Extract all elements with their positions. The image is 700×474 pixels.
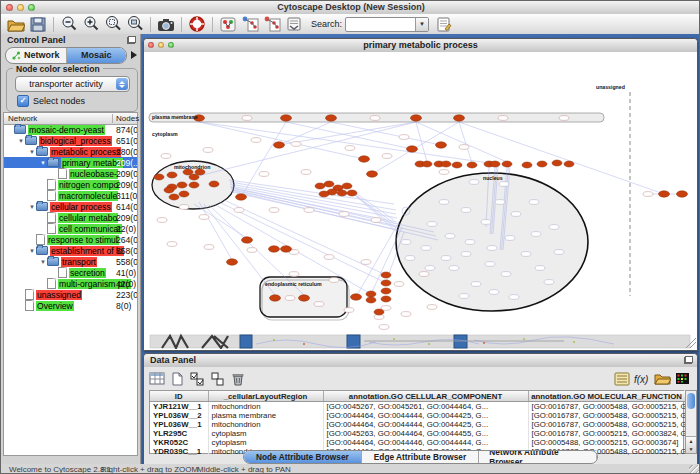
open-attributes-icon[interactable] [653, 371, 671, 387]
network-edit-icon[interactable] [262, 16, 282, 33]
group-title: Node color selection [13, 64, 103, 74]
tree-row[interactable]: secretion41(0) [4, 267, 137, 278]
table-cell[interactable]: [GO:0045263, GO:0044464, GO:0044455, G..… [323, 429, 528, 438]
table-row[interactable]: YJR121W__1mitochondrion[GO:0045267, GO:0… [150, 402, 685, 412]
select-all-icon[interactable] [188, 371, 206, 387]
formula-icon[interactable]: f(x) [633, 371, 651, 387]
tree-row[interactable]: response to stimul264(0) [4, 234, 137, 245]
float-data-panel-icon[interactable] [684, 356, 693, 364]
tree-row[interactable]: macromolecule311(0) [4, 190, 137, 201]
data-panel-title: Data Panel [150, 355, 196, 365]
table-cell[interactable]: YJR121W__1 [150, 402, 208, 412]
network-canvas[interactable]: plasma membrane cytoplasm mitochondrion … [144, 52, 697, 350]
tree-row[interactable]: ▼establishment of lo558(0) [4, 245, 137, 256]
table-cell[interactable]: [GO:0016787, GO:0005215, GO:0003824, G..… [528, 429, 685, 438]
welcome-text: Welcome to Cytoscape 2.8.1 [9, 465, 111, 474]
table-cell[interactable]: mitochondrion [208, 402, 323, 412]
attribute-table-header[interactable]: ID _cellularLayoutRegion annotation.GO C… [150, 391, 685, 402]
zoom-fit-icon[interactable] [125, 16, 145, 33]
tree-expand-icon[interactable]: ▼ [28, 149, 36, 155]
tab-overflow-icon[interactable] [131, 51, 137, 59]
network-import-icon[interactable] [218, 16, 238, 33]
table-cell[interactable]: [GO:0044464, GO:0044446, GO:0044444, G..… [323, 438, 528, 447]
table-cell[interactable]: [GO:0044464, GO:0044444, GO:0044425, G..… [323, 411, 528, 420]
plasma-membrane-label: plasma membrane [152, 114, 198, 120]
table-cell[interactable]: [GO:0044464, GO:0044444, GO:0044425, G..… [323, 420, 528, 429]
network-window-titlebar[interactable]: primary metabolic process [144, 39, 697, 53]
attribute-select-icon[interactable] [148, 371, 166, 387]
table-row[interactable]: YKR052Ccytoplasm[GO:0044464, GO:0044446,… [150, 438, 685, 447]
table-row[interactable]: YPL036W__2plasma membrane[GO:0044464, GO… [150, 411, 685, 420]
scrollbar-thumb[interactable] [687, 393, 695, 409]
node-color-dropdown[interactable]: transporter activity [15, 76, 130, 92]
table-cell[interactable]: [GO:0045267, GO:0045261, GO:0044464, G..… [323, 402, 528, 412]
tree-expand-icon[interactable]: ▼ [17, 138, 25, 144]
vizmap-page-icon[interactable] [284, 16, 304, 33]
unselect-all-icon[interactable] [208, 371, 226, 387]
table-cell[interactable]: [GO:0016787, GO:0005488, GO:0005215, G..… [528, 420, 685, 429]
cytoscape-window: Cytoscape Desktop (New Session) Search: … [0, 0, 700, 474]
table-row[interactable]: YLR295Ccytoplasm[GO:0045263, GO:0044464,… [150, 429, 685, 438]
endoplasmic-reticulum-label: endoplasmic reticulum [265, 281, 322, 287]
table-cell[interactable]: [GO:0016787, GO:0005488, GO:0005215, G..… [528, 411, 685, 420]
tab-network[interactable]: Network [6, 48, 67, 63]
tree-expand-icon[interactable]: ▼ [28, 248, 36, 254]
tab-mosaic[interactable]: Mosaic [67, 48, 127, 63]
tree-row[interactable]: Overview8(0) [4, 300, 137, 311]
snapshot-camera-icon[interactable] [156, 16, 176, 33]
search-input[interactable]: ▼ [345, 17, 429, 32]
table-cell[interactable]: [GO:0005488, GO:0005215, GO:0003674] [528, 438, 685, 447]
table-cell[interactable]: YKR052C [150, 438, 208, 447]
tree-expand-icon[interactable]: ▼ [39, 160, 47, 166]
tree-row-node-count: 614(0) [116, 202, 137, 212]
table-cell[interactable]: YPL036W__1 [150, 420, 208, 429]
delete-attribute-icon[interactable] [228, 371, 246, 387]
window-resize-grip[interactable] [689, 465, 700, 474]
table-cell[interactable]: cytoplasm [208, 438, 323, 447]
matrix-icon[interactable] [673, 371, 691, 387]
tab-edge-attribute-browser[interactable]: Edge Attribute Browser [362, 451, 480, 463]
float-panel-icon[interactable] [127, 36, 136, 44]
select-nodes-checkbox[interactable]: ✓ [17, 95, 29, 107]
tab-network-attribute-browser[interactable]: Network Attribute Browser [479, 451, 597, 463]
table-cell[interactable]: YLR295C [150, 429, 208, 438]
zoom-selected-icon[interactable] [103, 16, 123, 33]
table-cell[interactable]: plasma membrane [208, 411, 323, 420]
annotation-icon[interactable] [434, 16, 454, 33]
tree-row[interactable]: nucleobase-209(0) [4, 168, 137, 179]
save-icon[interactable] [28, 16, 48, 33]
search-dropdown-icon[interactable]: ▼ [415, 18, 428, 31]
tree-row[interactable]: ▼metabolic process280(0) [4, 146, 137, 157]
tree-col-network[interactable]: Network [8, 114, 37, 123]
network-view-icon[interactable] [240, 16, 260, 33]
table-cell[interactable]: YPL036W__2 [150, 411, 208, 420]
table-cell[interactable]: cytoplasm [208, 429, 323, 438]
tree-row[interactable]: unassigned223(0) [4, 289, 137, 300]
open-folder-icon[interactable] [6, 16, 26, 33]
tree-row[interactable]: ▼transport558(0) [4, 256, 137, 267]
tree-row[interactable]: ▼biological_process651(0) [4, 135, 137, 146]
tree-col-nodes[interactable]: Nodes [112, 114, 139, 123]
tree-expand-icon[interactable]: ▼ [28, 204, 36, 210]
import-attributes-icon[interactable] [613, 371, 631, 387]
table-cell[interactable]: [GO:0016787, GO:0005488, GO:0005215, G..… [528, 402, 685, 412]
table-row[interactable]: YPL036W__1mitochondrion[GO:0044464, GO:0… [150, 420, 685, 429]
tree-row[interactable]: multi-organism pro42(0) [4, 278, 137, 289]
attribute-table[interactable]: ID _cellularLayoutRegion annotation.GO C… [149, 390, 684, 454]
tree-row[interactable]: nitrogen compo209(0) [4, 179, 137, 190]
zoom-out-icon[interactable] [59, 16, 79, 33]
tree-row[interactable]: ▼primary metabo209(... [4, 157, 137, 168]
tab-node-attribute-browser[interactable]: Node Attribute Browser [244, 451, 362, 463]
new-attribute-icon[interactable] [168, 371, 186, 387]
data-panel-titlebar[interactable]: Data Panel [144, 354, 697, 368]
search-field[interactable] [346, 18, 415, 31]
tree-row[interactable]: ▼cellular process614(0) [4, 201, 137, 212]
tree-row[interactable]: mosaic-demo-yeast874(0) [4, 124, 137, 135]
tree-row[interactable]: cellular metabo209(0) [4, 212, 137, 223]
tree-row[interactable]: cell communicat22(0) [4, 223, 137, 234]
tree-expand-icon[interactable]: ▼ [39, 259, 47, 265]
table-cell[interactable]: mitochondrion [208, 420, 323, 429]
table-scrollbar[interactable]: ▲▼ [685, 390, 697, 454]
zoom-in-icon[interactable] [81, 16, 101, 33]
help-lifering-icon[interactable] [187, 16, 207, 33]
